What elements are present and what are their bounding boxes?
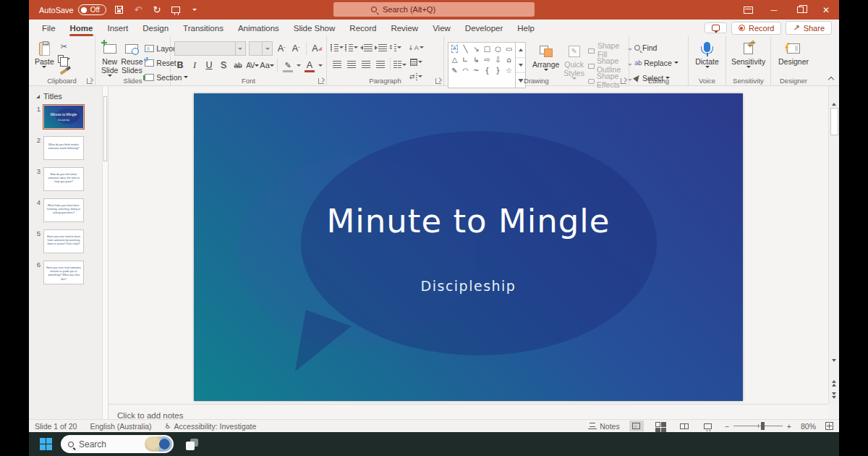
align-center-button[interactable] [345, 59, 358, 71]
record-button[interactable]: Record [731, 22, 781, 35]
shape-elbow[interactable]: ∟ [460, 54, 471, 65]
shape-fill-button[interactable]: Shape Fill [588, 43, 632, 56]
shape-triangle[interactable]: △ [449, 54, 460, 65]
section-titles[interactable]: Titles [29, 86, 108, 105]
accessibility-checker[interactable]: ♿ Accessibility: Investigate [165, 422, 257, 431]
slide-thumbnail-3[interactable]: How do you feel when someone takes the t… [43, 167, 84, 191]
increase-font-size-button[interactable]: Aˆ [276, 42, 287, 55]
redo-button[interactable]: ↻ [151, 4, 163, 16]
paragraph-dialog-launcher[interactable] [435, 78, 441, 84]
taskbar-search-input[interactable] [79, 439, 129, 449]
slideshow-view-button[interactable] [701, 421, 715, 431]
character-spacing-button[interactable]: AV [247, 59, 258, 72]
minimize-button[interactable]: ─ [761, 0, 787, 20]
tab-transitions[interactable]: Transitions [176, 20, 231, 36]
restore-button[interactable] [787, 0, 813, 20]
replace-button[interactable]: abReplace [634, 56, 678, 69]
font-color-button[interactable]: A [304, 59, 315, 72]
shape-brace-left[interactable]: { [482, 65, 493, 76]
cut-button[interactable]: ✂ [58, 41, 70, 52]
new-slide-button[interactable]: New Slide [99, 39, 120, 77]
slide-title[interactable]: Minute to Mingle [194, 202, 743, 240]
text-shadow-button[interactable]: S [218, 59, 229, 72]
slide-thumbnail-1[interactable]: Minute to Mingle Discipleship [43, 105, 84, 129]
shape-rectangle[interactable]: □ [482, 43, 493, 54]
zoom-slider[interactable] [733, 426, 783, 426]
tab-review[interactable]: Review [383, 20, 425, 36]
decrease-indent-button[interactable] [359, 41, 373, 54]
shape-pentagon[interactable]: ⌂ [503, 54, 514, 65]
tab-insert[interactable]: Insert [100, 20, 135, 36]
save-button[interactable] [114, 4, 125, 16]
fit-slide-to-window-button[interactable] [825, 422, 833, 430]
shape-oval[interactable]: ○ [493, 43, 503, 54]
zoom-in-button[interactable]: + [787, 422, 791, 431]
vertical-scrollbar[interactable] [828, 86, 839, 404]
start-button[interactable] [40, 438, 52, 450]
share-button[interactable]: ↗ Share [786, 21, 832, 35]
undo-button[interactable]: ↶ [132, 4, 144, 16]
justify-button[interactable] [374, 59, 387, 71]
shape-connector[interactable]: ↳ [471, 54, 482, 65]
designer-button[interactable]: Designer [776, 39, 811, 66]
tab-home[interactable]: Home [63, 20, 101, 36]
language-indicator[interactable]: English (Australia) [90, 422, 151, 431]
align-text-button[interactable] [409, 56, 422, 68]
sensitivity-button[interactable]: Sensitivity [729, 39, 767, 68]
numbering-button[interactable] [345, 41, 358, 54]
text-highlight-button[interactable]: ✎ [282, 59, 294, 72]
tab-animations[interactable]: Animations [231, 20, 286, 36]
shape-outline-button[interactable]: Shape Outline [588, 59, 632, 71]
shape-gallery-down-button[interactable] [516, 58, 525, 73]
slide-indicator[interactable]: Slide 1 of 20 [35, 422, 77, 431]
reading-view-button[interactable] [677, 421, 692, 431]
zoom-level[interactable]: 80% [801, 422, 816, 431]
shape-gallery-up-button[interactable] [516, 43, 525, 58]
autosave-toggle[interactable]: AutoSave Off [39, 4, 106, 15]
shape-arrow-down[interactable]: ⇩ [493, 54, 503, 65]
shape-rounded-rectangle[interactable]: ▭ [503, 43, 514, 54]
scroll-up-button[interactable] [832, 88, 836, 106]
collapse-ribbon-button[interactable] [828, 77, 834, 83]
zoom-out-button[interactable]: − [725, 422, 729, 431]
font-size-combobox[interactable] [249, 41, 273, 56]
change-case-button[interactable]: Aa [261, 59, 273, 72]
columns-button[interactable] [393, 59, 407, 71]
tab-help[interactable]: Help [510, 20, 542, 36]
tab-developer[interactable]: Developer [458, 20, 510, 36]
search-highlight-image[interactable] [145, 436, 172, 452]
tab-slide-show[interactable]: Slide Show [286, 20, 343, 36]
slide-sorter-view-button[interactable] [653, 421, 668, 431]
zoom-slider-thumb[interactable] [761, 422, 765, 430]
normal-view-button[interactable] [629, 421, 644, 431]
text-direction-button[interactable]: ↓A [409, 41, 422, 54]
increase-indent-button[interactable] [374, 41, 387, 54]
font-name-combobox[interactable] [174, 41, 246, 56]
autosave-pill[interactable]: Off [78, 4, 106, 15]
ribbon-display-options-button[interactable] [735, 0, 761, 20]
search-input[interactable] [383, 5, 513, 14]
tab-file[interactable]: File [35, 20, 63, 36]
bold-button[interactable]: B [174, 59, 186, 72]
underline-button[interactable]: U [203, 59, 215, 72]
copy-button[interactable] [58, 54, 70, 64]
customize-qat-button[interactable] [189, 4, 200, 16]
taskbar-search[interactable] [61, 435, 174, 453]
strikethrough-button[interactable]: ab [232, 59, 244, 72]
slide-canvas[interactable]: Minute to Mingle Discipleship [194, 93, 743, 401]
slide-thumbnail-6[interactable]: Have you ever had someone mentor or guid… [43, 261, 84, 284]
clipboard-dialog-launcher[interactable] [87, 78, 93, 84]
previous-slide-button[interactable] [832, 377, 836, 389]
tab-design[interactable]: Design [135, 20, 176, 36]
shape-curve[interactable]: ~ [471, 65, 482, 76]
shape-brace-right[interactable]: } [493, 65, 503, 76]
decrease-font-size-button[interactable]: Aˇ [290, 42, 302, 55]
format-painter-button[interactable] [58, 66, 70, 77]
slide-canvas-area[interactable]: Minute to Mingle Discipleship [109, 86, 828, 404]
comments-button[interactable] [705, 22, 727, 33]
font-dialog-launcher[interactable] [318, 78, 324, 84]
speech-bubble-front-shape[interactable] [301, 131, 657, 355]
thumbnail-scrollbar[interactable] [102, 86, 108, 419]
dictate-button[interactable]: Dictate [693, 39, 721, 68]
clear-formatting-button[interactable]: A◢ [311, 42, 323, 55]
